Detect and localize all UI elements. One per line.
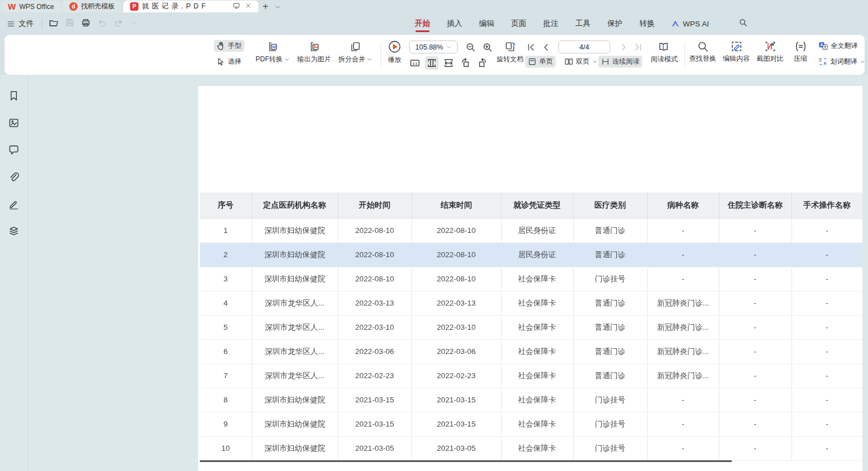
double-page-label: 双页	[576, 57, 589, 66]
prev-page-button[interactable]	[539, 41, 553, 54]
table-header-row: 序号定点医药机构名称开始时间结束时间就诊凭证类型医疗类别病种名称住院主诊断名称手…	[200, 192, 862, 218]
tab-list-chevron-icon[interactable]	[272, 2, 283, 12]
table-row: 6深圳市龙华区人...2022-03-062022-03-06社会保障卡普通门诊…	[200, 339, 862, 364]
file-menu-button[interactable]: 文件	[7, 19, 34, 29]
split-merge-button[interactable]: 拆分合并	[334, 41, 377, 64]
tab-label: 就医记录.PDF	[142, 2, 208, 11]
tab-docer-templates[interactable]: d 找稻壳模板	[62, 1, 122, 12]
rotate-left-button[interactable]	[459, 56, 472, 70]
single-page-button[interactable]: 单页	[525, 56, 556, 68]
table-cell: -	[719, 412, 791, 436]
bookmark-panel-button[interactable]	[7, 88, 21, 103]
find-replace-button[interactable]: 查找替换	[687, 41, 718, 64]
undo-icon[interactable]	[97, 18, 107, 30]
layers-panel-button[interactable]	[7, 223, 21, 238]
table-cell: -	[791, 291, 862, 315]
actual-size-button[interactable]: 1:1	[408, 56, 422, 70]
tab-protect[interactable]: 保护	[607, 13, 623, 34]
tab-home[interactable]: 开始	[415, 13, 430, 34]
redo-icon[interactable]	[114, 18, 123, 30]
select-tool-button[interactable]: 选择	[214, 56, 244, 68]
last-page-icon	[634, 43, 643, 52]
tab-tools[interactable]: 工具	[575, 13, 590, 34]
more-actions-chevron-icon[interactable]	[130, 19, 137, 29]
svg-text:W: W	[272, 45, 276, 50]
hand-tool-label: 手型	[228, 41, 241, 51]
tab-insert[interactable]: 插入	[447, 13, 462, 34]
thumbnail-panel-button[interactable]	[7, 115, 21, 130]
rotate-left-icon	[460, 58, 471, 68]
table-cell: 2021-03-15	[338, 388, 411, 412]
table-cell: 普通门诊	[573, 364, 647, 388]
continuous-read-button[interactable]: 连续阅读	[598, 56, 642, 68]
compress-button[interactable]: 压缩	[789, 41, 812, 64]
table-cell: 2021-03-15	[411, 388, 501, 412]
word-translate-icon: 文 A	[818, 57, 827, 66]
fit-width-button[interactable]	[442, 56, 455, 70]
table-cell: 社会保障卡	[501, 315, 573, 339]
tab-convert[interactable]: 转换	[639, 13, 655, 34]
multi-screen-icon[interactable]	[232, 2, 240, 11]
table-cell: 2022-08-10	[411, 243, 501, 267]
attachment-panel-button[interactable]	[7, 169, 21, 184]
save-icon[interactable]	[65, 18, 74, 29]
page-indicator-value: 4/4	[579, 43, 589, 51]
print-icon[interactable]	[81, 18, 91, 30]
page-number-input[interactable]: 4/4	[558, 41, 610, 53]
tab-document[interactable]: P 就医记录.PDF	[123, 1, 258, 12]
wps-ai-logo-icon	[672, 20, 680, 28]
new-tab-button[interactable]: ＋	[258, 0, 272, 12]
screenshot-compare-button[interactable]: 截图对比	[754, 41, 786, 64]
table-cell: 2022-03-06	[338, 339, 411, 364]
svg-text:1:1: 1:1	[413, 61, 418, 65]
table-cell: 4	[200, 291, 252, 315]
signature-panel-button[interactable]	[7, 196, 21, 211]
select-tool-label: 选择	[228, 57, 241, 66]
table-cell: 5	[200, 315, 252, 339]
ribbon-divider	[381, 42, 381, 68]
hand-tool-button[interactable]: 手型	[214, 40, 244, 52]
double-page-icon	[565, 57, 573, 66]
play-button[interactable]: 播放	[382, 40, 408, 65]
tab-comment[interactable]: 批注	[543, 13, 558, 34]
tab-edit[interactable]: 编辑	[479, 13, 494, 34]
next-page-button[interactable]	[617, 41, 630, 54]
word-translate-button[interactable]: 文 A 划词翻译	[816, 56, 868, 68]
zoom-out-button[interactable]	[464, 41, 477, 54]
tab-label: 找稻壳模板	[81, 2, 115, 11]
rotate-right-button[interactable]	[476, 56, 489, 70]
tab-wps-office[interactable]: W WPS Office	[1, 1, 61, 12]
open-file-icon[interactable]	[49, 18, 59, 30]
zoom-level-select[interactable]: 105.88%	[409, 41, 458, 53]
table-header-cell: 病种名称	[647, 192, 719, 218]
table-row: 9深圳市妇幼保健院2021-03-152021-03-15社会保障卡门诊挂号--…	[200, 412, 862, 436]
first-page-icon	[526, 43, 535, 52]
rotate-document-button[interactable]: 旋转文档	[493, 41, 527, 64]
comment-panel-button[interactable]	[7, 142, 21, 157]
zoom-in-button[interactable]	[481, 41, 494, 54]
edit-content-label: 编辑内容	[723, 54, 750, 64]
table-cell: 10	[200, 436, 252, 460]
pdf-convert-button[interactable]: W PDF转换	[250, 41, 294, 64]
menu-search-icon[interactable]	[739, 18, 748, 29]
export-image-button[interactable]: 输出为图片	[293, 41, 335, 64]
edit-content-button[interactable]: 编辑内容	[721, 41, 752, 64]
table-bottom-rule	[200, 460, 732, 462]
table-cell: 居民身份证	[501, 243, 573, 267]
double-page-button[interactable]: 双页	[562, 56, 600, 68]
full-translate-button[interactable]: A 文 全文翻译	[816, 40, 861, 52]
first-page-button[interactable]	[524, 41, 538, 54]
tab-page[interactable]: 页面	[511, 13, 526, 34]
last-page-button[interactable]	[632, 41, 645, 54]
table-cell: -	[647, 412, 719, 436]
tab-wps-ai[interactable]: WPS AI	[672, 20, 709, 28]
read-mode-button[interactable]: 阅读模式	[648, 41, 680, 64]
fit-page-button[interactable]	[425, 56, 439, 70]
table-row: 8深圳市妇幼保健院2021-03-152021-03-15社会保障卡门诊挂号--…	[200, 388, 862, 412]
table-cell: 新冠肺炎门诊...	[647, 315, 719, 339]
table-header-cell: 序号	[200, 192, 252, 218]
close-tab-icon[interactable]	[245, 2, 252, 11]
single-page-icon	[528, 57, 536, 66]
table-cell: 2022-08-10	[338, 218, 411, 243]
table-cell: 深圳市妇幼保健院	[252, 388, 338, 412]
